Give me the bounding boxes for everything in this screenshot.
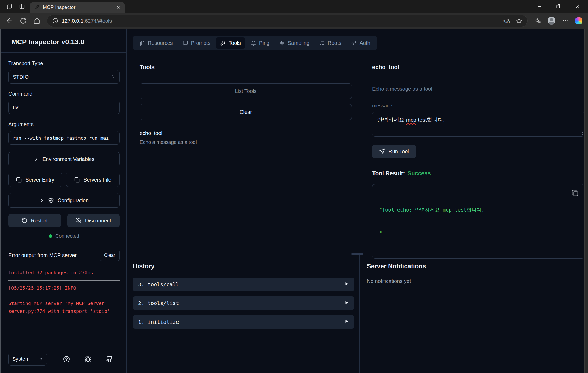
gear-icon bbox=[48, 197, 54, 203]
address-bar[interactable]: 127.0.0.1:6274/#tools aあ bbox=[47, 15, 528, 27]
workspaces-icon[interactable] bbox=[6, 3, 12, 9]
run-tool-button[interactable]: Run Tool bbox=[372, 145, 416, 158]
tree-icon bbox=[319, 40, 325, 46]
environment-variables-button[interactable]: Environment Variables bbox=[8, 152, 120, 166]
key-icon bbox=[351, 40, 357, 46]
tab-label: Sampling bbox=[288, 40, 309, 46]
message-textarea[interactable]: 안녕하세요 mcp test합니다. bbox=[372, 112, 584, 137]
tab-ping[interactable]: Ping bbox=[246, 37, 274, 49]
transport-type-value: STDIO bbox=[13, 74, 29, 80]
tool-result-status: Success bbox=[407, 170, 431, 177]
connected-status-dot bbox=[49, 234, 52, 238]
servers-file-button[interactable]: Servers File bbox=[66, 173, 120, 187]
configuration-label: Configuration bbox=[58, 197, 89, 203]
window-restore-icon[interactable] bbox=[556, 4, 561, 9]
arguments-value: run --with fastmcp fastmcp run mai bbox=[13, 135, 109, 141]
command-input[interactable]: uv bbox=[8, 101, 120, 114]
clear-tools-button[interactable]: Clear bbox=[140, 104, 352, 120]
transport-type-select[interactable]: STDIO bbox=[8, 70, 120, 84]
expand-play-icon bbox=[344, 300, 349, 306]
history-row[interactable]: 2. tools/list bbox=[133, 296, 354, 310]
bell-icon bbox=[251, 40, 256, 46]
clear-error-button[interactable]: Clear bbox=[100, 250, 120, 261]
sidebar: MCP Inspector v0.13.0 Transport Type STD… bbox=[0, 29, 127, 373]
app-title: MCP Inspector v0.13.0 bbox=[11, 38, 118, 46]
chevrons-up-down-icon bbox=[111, 74, 115, 79]
site-info-icon[interactable] bbox=[52, 18, 58, 24]
favorites-bar-icon[interactable] bbox=[534, 18, 541, 24]
history-panel: History 3. tools/call 2. tools/list bbox=[127, 254, 360, 373]
panel-resize-handle[interactable] bbox=[351, 253, 363, 255]
profile-avatar[interactable] bbox=[548, 17, 555, 25]
tab-prompts[interactable]: Prompts bbox=[178, 37, 215, 49]
history-row[interactable]: 3. tools/call bbox=[133, 278, 354, 291]
page-scrollbar[interactable] bbox=[584, 29, 588, 373]
copilot-icon[interactable] bbox=[575, 17, 582, 24]
hammer-icon bbox=[220, 40, 226, 46]
tab-label: Tools bbox=[229, 40, 241, 46]
misspelled-word: mcp bbox=[406, 117, 416, 123]
translate-icon[interactable]: aあ bbox=[503, 17, 510, 24]
tab-label: Roots bbox=[328, 40, 341, 46]
tab-sampling[interactable]: Sampling bbox=[275, 37, 314, 49]
tab-tools[interactable]: Tools bbox=[216, 37, 245, 49]
expand-play-icon bbox=[344, 281, 349, 288]
chevron-right-icon bbox=[34, 157, 39, 162]
history-row-label: 3. tools/call bbox=[138, 281, 179, 288]
tools-panel: Tools List Tools Clear echo_tool Echo a … bbox=[133, 54, 363, 259]
refresh-icon[interactable] bbox=[20, 17, 27, 24]
window-minimize-icon[interactable] bbox=[537, 4, 542, 9]
url-path: :6274/#tools bbox=[83, 18, 112, 24]
tab-title: MCP Inspector bbox=[43, 4, 75, 10]
theme-select[interactable]: System bbox=[8, 353, 47, 366]
bottom-panels: History 3. tools/call 2. tools/list bbox=[127, 254, 588, 373]
browser-tab[interactable]: MCP Inspector bbox=[30, 2, 125, 13]
copy-result-button[interactable] bbox=[572, 190, 578, 196]
list-tools-button[interactable]: List Tools bbox=[140, 83, 352, 99]
history-row[interactable]: 1. initialize bbox=[133, 315, 354, 329]
transport-type-label: Transport Type bbox=[8, 60, 120, 66]
restart-label: Restart bbox=[31, 218, 48, 224]
tab-close-icon[interactable] bbox=[116, 5, 120, 9]
run-tool-label: Run Tool bbox=[388, 148, 409, 154]
tab-favicon-mcp-logo-icon bbox=[34, 4, 40, 11]
expand-play-icon bbox=[344, 319, 349, 325]
new-tab-icon[interactable] bbox=[131, 4, 137, 10]
textarea-resize-handle[interactable] bbox=[579, 132, 583, 135]
files-icon bbox=[139, 40, 145, 46]
server-entry-button[interactable]: Server Entry bbox=[8, 173, 62, 187]
error-log-entry: Installed 32 packages in 230ms bbox=[8, 265, 120, 280]
chat-bubble-icon bbox=[183, 40, 188, 46]
help-icon[interactable] bbox=[63, 356, 70, 363]
error-output-header: Error output from MCP server bbox=[8, 252, 77, 258]
command-value: uv bbox=[13, 104, 18, 110]
browser-titlebar: MCP Inspector bbox=[0, 0, 588, 13]
arguments-input[interactable]: run --with fastmcp fastmcp run mai bbox=[8, 131, 120, 145]
history-title: History bbox=[133, 263, 354, 270]
back-icon[interactable] bbox=[6, 17, 13, 24]
github-icon[interactable] bbox=[106, 356, 113, 363]
window-close-icon[interactable] bbox=[575, 4, 580, 9]
configuration-button[interactable]: Configuration bbox=[8, 193, 120, 208]
tab-auth[interactable]: Auth bbox=[347, 37, 375, 49]
error-log-list: Installed 32 packages in 230ms [05/25/25… bbox=[8, 265, 120, 319]
tab-label: Auth bbox=[359, 40, 370, 46]
vertical-tabs-icon[interactable] bbox=[19, 3, 25, 9]
message-text: 안녕하세요 mcp test합니다. bbox=[377, 117, 445, 123]
tool-result-text: "Tool echo: 안녕하세요 mcp test합니다. " bbox=[379, 190, 577, 253]
divider bbox=[140, 76, 352, 76]
disconnect-button[interactable]: Disconnect bbox=[67, 214, 120, 227]
more-menu-icon[interactable] bbox=[562, 17, 568, 24]
restart-button[interactable]: Restart bbox=[8, 214, 61, 227]
tab-roots[interactable]: Roots bbox=[315, 37, 346, 49]
tool-list-item[interactable]: echo_tool Echo a message as a tool bbox=[140, 130, 352, 145]
bookmark-star-icon[interactable] bbox=[516, 18, 522, 24]
error-log-entry: [05/25/25 15:17:25] INFO bbox=[8, 280, 120, 296]
copy-icon bbox=[16, 177, 22, 183]
tool-name: echo_tool bbox=[140, 130, 352, 136]
home-icon[interactable] bbox=[33, 17, 40, 24]
tab-resources[interactable]: Resources bbox=[135, 37, 177, 49]
tool-detail-panel: echo_tool Echo a message as a tool messa… bbox=[363, 54, 584, 259]
bug-icon[interactable] bbox=[84, 356, 91, 363]
sidebar-footer: System bbox=[0, 345, 126, 373]
